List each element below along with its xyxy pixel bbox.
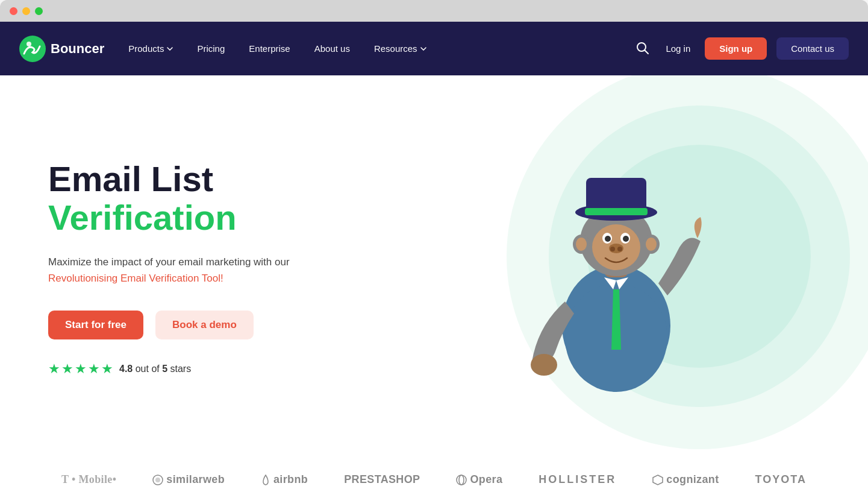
logo-similarweb: similarweb <box>152 473 225 486</box>
chevron-down-icon <box>167 47 173 51</box>
svg-point-23 <box>531 354 557 376</box>
logo-prestashop: PRESTASHOP <box>344 473 420 486</box>
maximize-button[interactable] <box>35 7 43 15</box>
page-content: Bouncer Products Pricing Enterprise Abou <box>0 22 868 489</box>
rating-suffix: stars <box>167 364 191 374</box>
close-button[interactable] <box>10 7 17 15</box>
nav-resources[interactable]: Resources <box>362 22 439 75</box>
hero-buttons: Start for free Book a demo <box>48 311 386 339</box>
search-icon <box>635 41 649 54</box>
logo-opera: Opera <box>456 473 502 486</box>
svg-point-1 <box>27 42 31 46</box>
logo-text: Bouncer <box>51 41 104 57</box>
star-rating: ★ ★ ★ ★ ★ <box>48 361 113 377</box>
gorilla-character <box>514 121 719 410</box>
hero-heading: Email List Verification <box>48 160 386 237</box>
hero-subtitle-text: Maximize the impact of your email market… <box>48 256 290 268</box>
nav-products[interactable]: Products <box>116 22 185 75</box>
search-button[interactable] <box>633 39 651 58</box>
star-3: ★ <box>75 361 87 377</box>
logos-section: T • Mobile• similarweb airbnb PRE <box>0 449 868 489</box>
svg-point-33 <box>459 475 464 485</box>
rating-max: 5 <box>162 364 167 374</box>
chevron-down-icon <box>420 47 426 51</box>
hero-subtitle-highlight: Revolutionising Email Verification Tool! <box>48 273 223 284</box>
svg-rect-22 <box>585 208 648 215</box>
rating-separator: out of <box>133 364 162 374</box>
hero-title-black: Email List <box>48 159 213 198</box>
svg-point-15 <box>605 236 611 242</box>
logo-link[interactable]: Bouncer <box>19 36 104 62</box>
hero-rating: ★ ★ ★ ★ ★ 4.8 out of 5 stars <box>48 361 386 377</box>
nav-pricing[interactable]: Pricing <box>185 22 237 75</box>
rating-text: 4.8 out of 5 stars <box>119 364 191 374</box>
svg-point-19 <box>617 247 622 251</box>
login-button[interactable]: Log in <box>661 43 695 54</box>
star-2: ★ <box>61 361 73 377</box>
star-4: ★ <box>88 361 100 377</box>
rating-value: 4.8 <box>119 364 133 374</box>
airbnb-icon <box>261 474 270 486</box>
logo-cognizant: cognizant <box>652 473 719 486</box>
svg-marker-34 <box>653 475 663 485</box>
logos-row-1: T • Mobile• similarweb airbnb PRE <box>61 473 807 486</box>
nav-about[interactable]: About us <box>302 22 362 75</box>
logo-toyota: TOYOTA <box>755 473 807 486</box>
browser-window: Bouncer Products Pricing Enterprise Abou <box>0 0 868 489</box>
bouncer-logo-icon <box>19 36 46 62</box>
contact-button[interactable]: Contact us <box>776 37 849 60</box>
main-nav: Bouncer Products Pricing Enterprise Abou <box>0 22 868 75</box>
minimize-button[interactable] <box>22 7 30 15</box>
hero-subtitle: Maximize the impact of your email market… <box>48 254 301 286</box>
svg-point-26 <box>576 238 587 251</box>
hero-title-green: Verification <box>48 198 237 237</box>
svg-point-18 <box>610 247 615 251</box>
svg-point-31 <box>155 478 160 482</box>
logo-tmobile: T • Mobile• <box>61 473 116 486</box>
logo-airbnb: airbnb <box>261 473 308 486</box>
hero-content: Email List Verification Maximize the imp… <box>48 160 386 377</box>
star-5: ★ <box>101 361 113 377</box>
nav-actions: Log in Sign up Contact us <box>633 37 849 60</box>
similarweb-icon <box>152 475 163 485</box>
svg-line-3 <box>645 51 649 54</box>
nav-enterprise[interactable]: Enterprise <box>237 22 302 75</box>
opera-icon <box>456 475 467 485</box>
svg-point-32 <box>457 475 466 485</box>
svg-point-0 <box>19 36 46 62</box>
book-demo-button[interactable]: Book a demo <box>155 311 254 339</box>
logo-hollister: HOLLISTER <box>539 473 616 486</box>
svg-point-16 <box>623 236 629 242</box>
nav-links-container: Products Pricing Enterprise About us Res… <box>116 22 633 75</box>
hero-illustration <box>364 75 868 449</box>
cognizant-icon <box>652 475 663 485</box>
star-1: ★ <box>48 361 60 377</box>
browser-titlebar <box>0 0 868 22</box>
signup-button[interactable]: Sign up <box>705 37 767 60</box>
hero-section: Email List Verification Maximize the imp… <box>0 75 868 449</box>
svg-point-27 <box>646 238 657 251</box>
start-free-button[interactable]: Start for free <box>48 311 143 339</box>
